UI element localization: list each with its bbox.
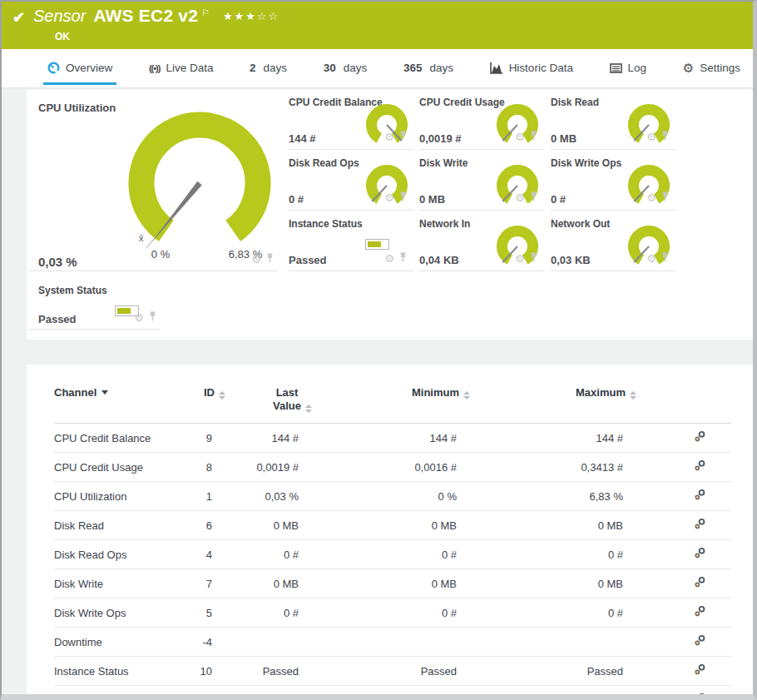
table-row: CPU Credit Balance 9 144 # 144 # 144 # — [54, 424, 731, 453]
pin-icon[interactable] — [661, 251, 669, 266]
column-header-actions — [636, 381, 731, 424]
tab-30-days[interactable]: 30 days — [319, 53, 372, 85]
sensor-title: AWS EC2 v2 — [93, 6, 198, 26]
column-header-last-value[interactable]: LastValue — [225, 381, 312, 424]
gear-icon[interactable]: ⚙ — [384, 132, 394, 142]
gauge-title: Disk Read — [551, 97, 599, 108]
sort-icon[interactable] — [219, 391, 225, 400]
pin-icon[interactable] — [266, 251, 274, 266]
channel-name: Disk Write — [54, 569, 179, 598]
channel-id: 8 — [179, 453, 225, 482]
channel-maximum: 6,83 % — [470, 482, 636, 511]
gear-icon[interactable]: ⚙ — [515, 253, 525, 264]
channel-settings-icon[interactable] — [694, 608, 706, 620]
channel-last-value: 0,03 % — [225, 482, 312, 511]
tab-365-days[interactable]: 365 days — [399, 53, 458, 85]
channel-minimum: 0 MB — [312, 511, 470, 540]
channel-id: 7 — [179, 569, 225, 598]
gauge-value: 0,0019 # — [419, 132, 462, 145]
gear-icon[interactable]: ⚙ — [251, 254, 261, 265]
channel-name: Instance Status — [54, 657, 179, 686]
channel-maximum — [470, 628, 636, 657]
tab-live-data[interactable]: ((•)) Live Data — [145, 53, 218, 85]
panel-actions: ⚙ — [646, 190, 669, 205]
pin-icon[interactable] — [399, 190, 407, 205]
gauge-panel-disk-write-ops: Disk Write Ops 0 # ⚙ — [551, 152, 675, 211]
channel-last-value: 0 # — [225, 540, 312, 569]
channel-settings-icon[interactable] — [694, 462, 706, 474]
pin-icon[interactable] — [399, 129, 407, 144]
column-header-minimum[interactable]: Minimum — [312, 381, 470, 424]
gear-icon[interactable]: ⚙ — [646, 132, 656, 142]
gauge-title: Disk Write Ops — [551, 157, 621, 169]
sensor-kind-label: Sensor — [33, 7, 86, 26]
table-row: Disk Write Ops 5 0 # 0 # 0 # — [54, 598, 731, 628]
channel-settings-icon[interactable] — [694, 578, 706, 591]
tab-label: Log — [628, 62, 647, 74]
tab-overview[interactable]: Overview — [43, 53, 116, 85]
gauge-panel-network-in: Network In 0,04 KB ⚙ — [419, 213, 544, 271]
tab-settings[interactable]: ⚙ Settings — [679, 53, 745, 85]
tab-label: Historic Data — [509, 62, 573, 74]
tab-historic-data[interactable]: Historic Data — [486, 53, 577, 85]
pin-icon[interactable] — [149, 310, 156, 325]
gear-icon[interactable]: ⚙ — [384, 253, 394, 264]
sensor-header: ✔ Sensor AWS EC2 v2 ⚐ ★★★☆☆ OK — [2, 2, 753, 49]
tab-number: 2 — [250, 62, 256, 74]
tab-log[interactable]: Log — [606, 53, 651, 85]
tab-number: 30 — [324, 62, 336, 74]
gear-icon[interactable]: ⚙ — [384, 192, 394, 203]
gauge-panel-disk-read: Disk Read 0 MB ⚙ — [551, 92, 675, 150]
flag-icon[interactable]: ⚐ — [201, 7, 210, 18]
pin-icon[interactable] — [399, 251, 407, 266]
channel-last-value: 144 # — [225, 424, 312, 453]
gear-icon[interactable]: ⚙ — [515, 132, 525, 142]
channel-id: -4 — [179, 628, 225, 657]
priority-stars[interactable]: ★★★☆☆ — [223, 10, 280, 22]
gauge-panel-cpu-utilization: CPU Utilization x̄ 0 % 6,83 % 0,03 % ⚙ — [28, 92, 278, 271]
channel-maximum: 144 # — [470, 424, 636, 453]
channel-settings-icon[interactable] — [694, 549, 706, 562]
sort-icon[interactable] — [630, 391, 636, 400]
gear-icon[interactable]: ⚙ — [515, 192, 525, 203]
stars-empty[interactable]: ☆☆ — [257, 10, 280, 22]
gear-icon[interactable]: ⚙ — [134, 312, 144, 323]
table-row: Disk Read 6 0 MB 0 MB 0 MB — [54, 511, 731, 540]
content-area: CPU Utilization x̄ 0 % 6,83 % 0,03 % ⚙ C… — [2, 88, 753, 694]
channel-settings-icon[interactable] — [694, 491, 706, 504]
log-list-icon — [610, 63, 622, 73]
tab-2-days[interactable]: 2 days — [245, 53, 291, 85]
area-chart-icon — [490, 62, 503, 74]
stars-filled[interactable]: ★★★ — [223, 10, 257, 22]
channel-settings-icon[interactable] — [694, 520, 706, 533]
panel-actions: ⚙ — [515, 190, 537, 205]
column-header-id[interactable]: ID — [179, 381, 225, 424]
sort-icon[interactable] — [463, 391, 470, 400]
sensor-page: ✔ Sensor AWS EC2 v2 ⚐ ★★★☆☆ OK Overview … — [0, 0, 757, 700]
panel-actions: ⚙ — [384, 190, 407, 205]
gauge-title: Instance Status — [289, 218, 363, 230]
live-data-icon: ((•)) — [149, 63, 161, 73]
gauge-panel-cpu-credit-usage: CPU Credit Usage 0,0019 # ⚙ — [419, 92, 544, 150]
tab-label: Live Data — [166, 62, 213, 74]
gauge-panel-system-status: System Status Passed ⚙ — [28, 280, 160, 330]
channel-settings-icon[interactable] — [694, 433, 706, 445]
gauge-panel-network-out: Network Out 0,03 KB ⚙ — [551, 213, 675, 271]
sort-icon[interactable] — [305, 405, 312, 413]
gauge-panel-disk-write: Disk Write 0 MB ⚙ — [419, 152, 544, 211]
pin-icon[interactable] — [661, 129, 669, 144]
gear-icon[interactable]: ⚙ — [646, 192, 656, 203]
gauge-title: CPU Credit Usage — [419, 97, 505, 108]
column-header-maximum[interactable]: Maximum — [470, 381, 636, 424]
pin-icon[interactable] — [530, 251, 537, 266]
gear-icon[interactable]: ⚙ — [646, 253, 656, 264]
channel-settings-icon[interactable] — [694, 637, 706, 649]
channel-name: Disk Write Ops — [54, 598, 179, 628]
channel-settings-icon[interactable] — [694, 666, 706, 678]
channel-minimum: Passed — [312, 657, 470, 686]
channel-last-value: 0 # — [225, 598, 312, 628]
pin-icon[interactable] — [530, 129, 537, 144]
pin-icon[interactable] — [530, 190, 537, 205]
column-header-channel[interactable]: Channel — [54, 381, 179, 424]
pin-icon[interactable] — [661, 190, 669, 205]
